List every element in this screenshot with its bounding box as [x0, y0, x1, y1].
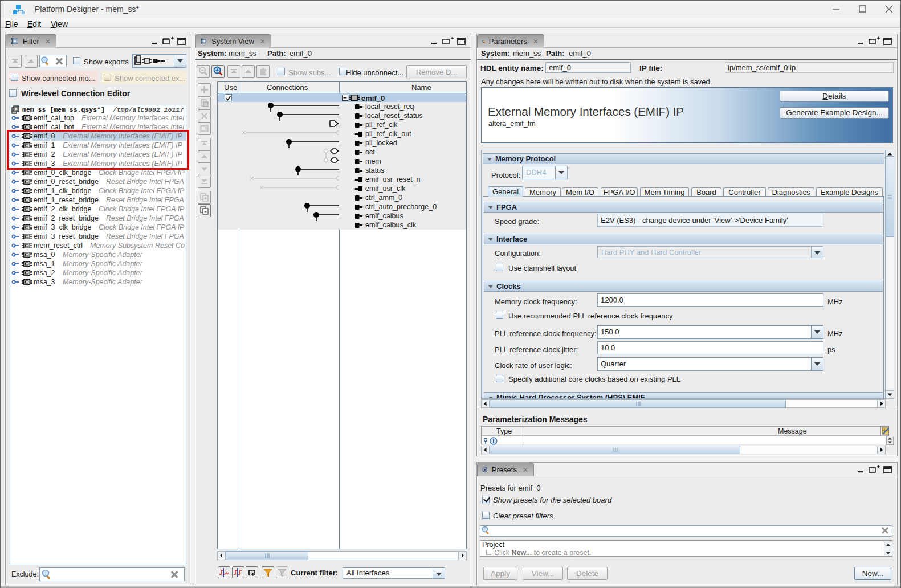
svg-text:b: b: [486, 467, 487, 469]
